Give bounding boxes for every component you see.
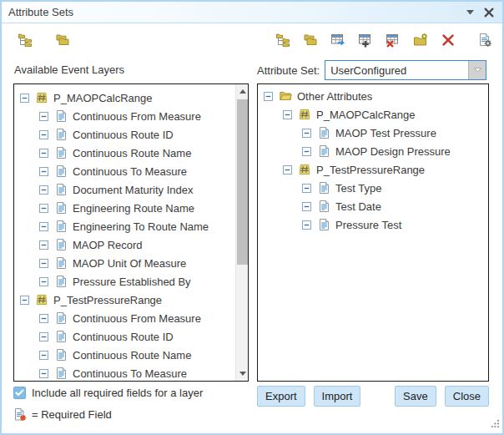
tree-item: Test Date [258,197,488,215]
tree-item: MAOP Test Pressure [258,124,488,142]
tree-item-label[interactable]: P_TestPressureRange [53,294,162,306]
chevron-down-icon[interactable] [468,61,486,79]
resize-grip[interactable] [491,417,500,432]
event-layer-icon [35,91,48,104]
tree-item-label[interactable]: Continuous Route ID [73,129,174,141]
collapse-toggle-icon[interactable] [39,130,48,139]
collapse-toggle-icon[interactable] [302,184,311,193]
tree-view-icon[interactable] [17,33,33,48]
field-icon [54,146,68,159]
tree-item-label[interactable]: Continuous To Measure [73,367,187,380]
collapse-toggle-icon[interactable] [39,369,48,378]
collapse-toggle-icon[interactable] [283,110,292,119]
tree-item: P_MAOPCalcRange [14,89,235,107]
tree-item-label[interactable]: Engineering To Route Name [73,220,209,233]
collapse-toggle-icon[interactable] [264,92,273,101]
tree-item-label[interactable]: P_TestPressureRange [316,164,425,176]
field-icon [54,201,68,215]
tree-item-label[interactable]: Continuous From Measure [73,110,201,123]
scrollbar-thumb[interactable] [237,99,248,265]
collapse-toggle-icon[interactable] [302,202,311,211]
field-icon [54,220,68,233]
scroll-down-icon[interactable] [236,367,249,380]
required-field-label: = Required Field [32,408,112,421]
vertical-scrollbar[interactable] [235,84,248,381]
collapse-toggle-icon[interactable] [283,165,292,175]
tree-item: Engineering To Route Name [14,217,235,235]
tree-item-label[interactable]: Pressure Established By [73,276,191,288]
collapse-toggle-icon[interactable] [20,94,29,103]
tree-item-label[interactable]: Test Date [335,200,381,213]
tree-item: Continuous From Measure [14,107,235,125]
collapse-toggle-icon[interactable] [39,240,48,250]
tree-item: P_TestPressureRange [14,291,235,309]
collapse-toggle-icon[interactable] [302,129,311,138]
tree-item: MAOP Record [14,235,235,254]
field-icon [54,238,68,251]
collapse-toggle-icon[interactable] [39,167,48,176]
remove-table-icon[interactable] [385,33,401,48]
save-button[interactable]: Save [395,386,436,407]
tree-item-label[interactable]: P_MAOPCalcRange [316,109,416,121]
folders-view-icon[interactable] [302,33,318,48]
add-table-icon[interactable] [357,33,373,48]
attribute-set-dropdown[interactable]: UserConfigured [325,60,486,80]
tree-item-label[interactable]: MAOP Design Pressure [335,145,451,158]
tree-item: Continuous To Measure [14,162,235,180]
collapse-toggle-icon[interactable] [39,277,48,286]
delete-icon[interactable] [440,33,456,48]
required-field-icon [13,407,27,422]
tree-item-label[interactable]: Other Attributes [297,90,372,103]
tree-item-label[interactable]: MAOP Test Pressure [335,127,436,139]
tree-item-label[interactable]: Continuous To Measure [73,165,187,178]
collapse-caret-icon[interactable] [466,10,474,15]
new-attribute-set-folder-icon[interactable] [412,33,428,48]
tree-item-label[interactable]: Pressure Test [335,219,401,231]
tree-item-label[interactable]: Document Maturity Index [73,184,194,196]
tree-item: MAOP Design Pressure [258,142,488,160]
event-layer-icon [298,108,311,121]
import-button[interactable]: Import [314,386,361,407]
tree-item-label[interactable]: Continuous Route Name [73,349,191,362]
tree-item-label[interactable]: MAOP Unit Of Measure [73,257,186,270]
collapse-toggle-icon[interactable] [39,149,48,158]
attribute-set-panel: Other AttributesP_MAOPCalcRangeMAOP Test… [257,83,489,382]
collapse-toggle-icon[interactable] [39,351,48,360]
collapse-toggle-icon[interactable] [39,185,48,195]
tree-view-icon[interactable] [275,33,290,48]
tree-item-label[interactable]: Engineering Route Name [73,202,194,215]
labels-row: Available Event Layers Attribute Set: Us… [14,60,491,80]
field-icon [317,218,330,231]
tree-item-label[interactable]: P_MAOPCalcRange [53,92,153,104]
collapse-toggle-icon[interactable] [39,259,48,268]
close-button[interactable]: Close [445,386,489,407]
tree-item-label[interactable]: Continuous Route ID [73,331,174,343]
tree-item-label[interactable]: MAOP Record [73,239,143,251]
export-table-icon[interactable] [330,33,345,48]
tree-item-label[interactable]: Continuous From Measure [73,312,201,325]
collapse-toggle-icon[interactable] [39,204,48,213]
tree-item: Test Type [258,179,488,197]
tree-item-label[interactable]: Test Type [335,182,381,195]
collapse-toggle-icon[interactable] [302,147,311,156]
scroll-up-icon[interactable] [236,85,249,98]
collapse-toggle-icon[interactable] [39,314,48,323]
collapse-toggle-icon[interactable] [39,112,48,121]
field-icon [54,164,68,178]
tree-item: P_TestPressureRange [258,160,488,179]
include-required-fields-checkbox[interactable] [13,387,26,399]
collapse-toggle-icon[interactable] [39,222,48,231]
tree-item-label[interactable]: Continuous Route Name [73,147,191,159]
field-icon [317,181,330,195]
collapse-toggle-icon[interactable] [20,296,29,305]
available-event-layers-tree: P_MAOPCalcRangeContinuous From MeasureCo… [14,84,235,381]
collapse-toggle-icon[interactable] [302,220,311,230]
available-event-layers-panel: P_MAOPCalcRangeContinuous From MeasureCo… [13,83,249,382]
folders-view-icon[interactable] [54,33,70,48]
report-settings-icon[interactable] [476,33,492,48]
footer-buttons: Export Import Save Close [257,385,489,407]
collapse-toggle-icon[interactable] [39,332,48,341]
export-button[interactable]: Export [257,386,305,407]
field-icon [54,109,68,123]
close-icon[interactable] [484,8,494,18]
